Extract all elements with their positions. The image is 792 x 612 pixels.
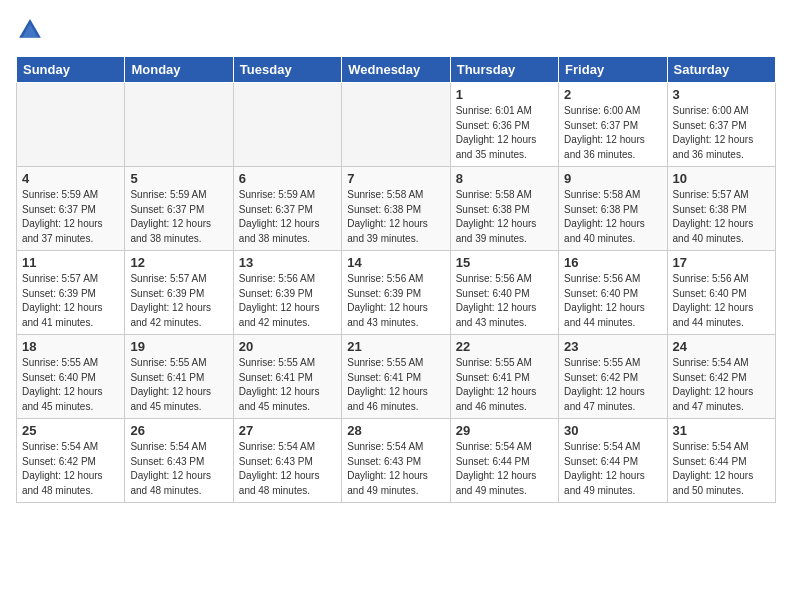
day-info: Sunrise: 5:54 AMSunset: 6:42 PMDaylight:… xyxy=(673,356,770,414)
calendar-cell: 29Sunrise: 5:54 AMSunset: 6:44 PMDayligh… xyxy=(450,419,558,503)
day-number: 11 xyxy=(22,255,119,270)
day-info: Sunrise: 5:59 AMSunset: 6:37 PMDaylight:… xyxy=(130,188,227,246)
day-info: Sunrise: 5:58 AMSunset: 6:38 PMDaylight:… xyxy=(456,188,553,246)
day-info: Sunrise: 5:56 AMSunset: 6:39 PMDaylight:… xyxy=(347,272,444,330)
calendar-cell: 2Sunrise: 6:00 AMSunset: 6:37 PMDaylight… xyxy=(559,83,667,167)
calendar-cell: 13Sunrise: 5:56 AMSunset: 6:39 PMDayligh… xyxy=(233,251,341,335)
calendar-cell: 1Sunrise: 6:01 AMSunset: 6:36 PMDaylight… xyxy=(450,83,558,167)
calendar-cell: 11Sunrise: 5:57 AMSunset: 6:39 PMDayligh… xyxy=(17,251,125,335)
header-thursday: Thursday xyxy=(450,57,558,83)
calendar-cell: 5Sunrise: 5:59 AMSunset: 6:37 PMDaylight… xyxy=(125,167,233,251)
calendar-cell: 30Sunrise: 5:54 AMSunset: 6:44 PMDayligh… xyxy=(559,419,667,503)
header-tuesday: Tuesday xyxy=(233,57,341,83)
calendar-header-row: SundayMondayTuesdayWednesdayThursdayFrid… xyxy=(17,57,776,83)
day-info: Sunrise: 5:54 AMSunset: 6:43 PMDaylight:… xyxy=(347,440,444,498)
calendar-cell: 14Sunrise: 5:56 AMSunset: 6:39 PMDayligh… xyxy=(342,251,450,335)
day-info: Sunrise: 6:00 AMSunset: 6:37 PMDaylight:… xyxy=(564,104,661,162)
header-wednesday: Wednesday xyxy=(342,57,450,83)
day-number: 12 xyxy=(130,255,227,270)
day-info: Sunrise: 5:55 AMSunset: 6:41 PMDaylight:… xyxy=(130,356,227,414)
day-number: 14 xyxy=(347,255,444,270)
day-number: 20 xyxy=(239,339,336,354)
calendar-cell: 25Sunrise: 5:54 AMSunset: 6:42 PMDayligh… xyxy=(17,419,125,503)
day-number: 16 xyxy=(564,255,661,270)
day-info: Sunrise: 5:58 AMSunset: 6:38 PMDaylight:… xyxy=(564,188,661,246)
day-number: 6 xyxy=(239,171,336,186)
calendar-cell: 22Sunrise: 5:55 AMSunset: 6:41 PMDayligh… xyxy=(450,335,558,419)
day-number: 17 xyxy=(673,255,770,270)
header-saturday: Saturday xyxy=(667,57,775,83)
day-number: 29 xyxy=(456,423,553,438)
day-number: 27 xyxy=(239,423,336,438)
day-info: Sunrise: 5:55 AMSunset: 6:41 PMDaylight:… xyxy=(347,356,444,414)
calendar-cell: 7Sunrise: 5:58 AMSunset: 6:38 PMDaylight… xyxy=(342,167,450,251)
calendar-cell: 18Sunrise: 5:55 AMSunset: 6:40 PMDayligh… xyxy=(17,335,125,419)
day-info: Sunrise: 5:57 AMSunset: 6:39 PMDaylight:… xyxy=(22,272,119,330)
day-info: Sunrise: 5:56 AMSunset: 6:39 PMDaylight:… xyxy=(239,272,336,330)
calendar-cell: 21Sunrise: 5:55 AMSunset: 6:41 PMDayligh… xyxy=(342,335,450,419)
calendar-cell: 16Sunrise: 5:56 AMSunset: 6:40 PMDayligh… xyxy=(559,251,667,335)
calendar-week-row: 4Sunrise: 5:59 AMSunset: 6:37 PMDaylight… xyxy=(17,167,776,251)
day-info: Sunrise: 5:55 AMSunset: 6:40 PMDaylight:… xyxy=(22,356,119,414)
calendar-cell: 23Sunrise: 5:55 AMSunset: 6:42 PMDayligh… xyxy=(559,335,667,419)
calendar-cell: 28Sunrise: 5:54 AMSunset: 6:43 PMDayligh… xyxy=(342,419,450,503)
day-info: Sunrise: 5:54 AMSunset: 6:43 PMDaylight:… xyxy=(239,440,336,498)
day-info: Sunrise: 5:54 AMSunset: 6:44 PMDaylight:… xyxy=(564,440,661,498)
calendar-cell: 26Sunrise: 5:54 AMSunset: 6:43 PMDayligh… xyxy=(125,419,233,503)
day-number: 30 xyxy=(564,423,661,438)
day-number: 15 xyxy=(456,255,553,270)
page-header xyxy=(16,16,776,44)
day-info: Sunrise: 5:57 AMSunset: 6:38 PMDaylight:… xyxy=(673,188,770,246)
day-info: Sunrise: 5:54 AMSunset: 6:42 PMDaylight:… xyxy=(22,440,119,498)
calendar-cell: 24Sunrise: 5:54 AMSunset: 6:42 PMDayligh… xyxy=(667,335,775,419)
logo-icon xyxy=(16,16,44,44)
day-info: Sunrise: 5:58 AMSunset: 6:38 PMDaylight:… xyxy=(347,188,444,246)
calendar-cell: 27Sunrise: 5:54 AMSunset: 6:43 PMDayligh… xyxy=(233,419,341,503)
day-info: Sunrise: 5:59 AMSunset: 6:37 PMDaylight:… xyxy=(239,188,336,246)
logo xyxy=(16,16,48,44)
calendar-cell: 15Sunrise: 5:56 AMSunset: 6:40 PMDayligh… xyxy=(450,251,558,335)
day-number: 3 xyxy=(673,87,770,102)
header-sunday: Sunday xyxy=(17,57,125,83)
day-number: 28 xyxy=(347,423,444,438)
day-info: Sunrise: 5:55 AMSunset: 6:42 PMDaylight:… xyxy=(564,356,661,414)
calendar-week-row: 25Sunrise: 5:54 AMSunset: 6:42 PMDayligh… xyxy=(17,419,776,503)
day-number: 24 xyxy=(673,339,770,354)
day-info: Sunrise: 5:54 AMSunset: 6:43 PMDaylight:… xyxy=(130,440,227,498)
day-info: Sunrise: 5:54 AMSunset: 6:44 PMDaylight:… xyxy=(456,440,553,498)
calendar-week-row: 11Sunrise: 5:57 AMSunset: 6:39 PMDayligh… xyxy=(17,251,776,335)
day-info: Sunrise: 5:56 AMSunset: 6:40 PMDaylight:… xyxy=(456,272,553,330)
day-info: Sunrise: 5:56 AMSunset: 6:40 PMDaylight:… xyxy=(673,272,770,330)
day-info: Sunrise: 5:56 AMSunset: 6:40 PMDaylight:… xyxy=(564,272,661,330)
day-info: Sunrise: 6:00 AMSunset: 6:37 PMDaylight:… xyxy=(673,104,770,162)
calendar-cell: 20Sunrise: 5:55 AMSunset: 6:41 PMDayligh… xyxy=(233,335,341,419)
day-number: 19 xyxy=(130,339,227,354)
day-number: 8 xyxy=(456,171,553,186)
calendar-week-row: 18Sunrise: 5:55 AMSunset: 6:40 PMDayligh… xyxy=(17,335,776,419)
calendar-table: SundayMondayTuesdayWednesdayThursdayFrid… xyxy=(16,56,776,503)
day-number: 31 xyxy=(673,423,770,438)
day-info: Sunrise: 5:55 AMSunset: 6:41 PMDaylight:… xyxy=(239,356,336,414)
day-number: 13 xyxy=(239,255,336,270)
calendar-cell xyxy=(233,83,341,167)
day-info: Sunrise: 5:59 AMSunset: 6:37 PMDaylight:… xyxy=(22,188,119,246)
calendar-cell: 8Sunrise: 5:58 AMSunset: 6:38 PMDaylight… xyxy=(450,167,558,251)
day-info: Sunrise: 5:54 AMSunset: 6:44 PMDaylight:… xyxy=(673,440,770,498)
day-number: 4 xyxy=(22,171,119,186)
day-info: Sunrise: 5:55 AMSunset: 6:41 PMDaylight:… xyxy=(456,356,553,414)
calendar-cell: 12Sunrise: 5:57 AMSunset: 6:39 PMDayligh… xyxy=(125,251,233,335)
day-info: Sunrise: 5:57 AMSunset: 6:39 PMDaylight:… xyxy=(130,272,227,330)
day-number: 2 xyxy=(564,87,661,102)
calendar-cell xyxy=(342,83,450,167)
day-info: Sunrise: 6:01 AMSunset: 6:36 PMDaylight:… xyxy=(456,104,553,162)
calendar-cell: 10Sunrise: 5:57 AMSunset: 6:38 PMDayligh… xyxy=(667,167,775,251)
day-number: 18 xyxy=(22,339,119,354)
day-number: 25 xyxy=(22,423,119,438)
calendar-cell: 9Sunrise: 5:58 AMSunset: 6:38 PMDaylight… xyxy=(559,167,667,251)
day-number: 1 xyxy=(456,87,553,102)
calendar-cell: 17Sunrise: 5:56 AMSunset: 6:40 PMDayligh… xyxy=(667,251,775,335)
calendar-week-row: 1Sunrise: 6:01 AMSunset: 6:36 PMDaylight… xyxy=(17,83,776,167)
calendar-cell xyxy=(17,83,125,167)
day-number: 7 xyxy=(347,171,444,186)
calendar-cell: 4Sunrise: 5:59 AMSunset: 6:37 PMDaylight… xyxy=(17,167,125,251)
